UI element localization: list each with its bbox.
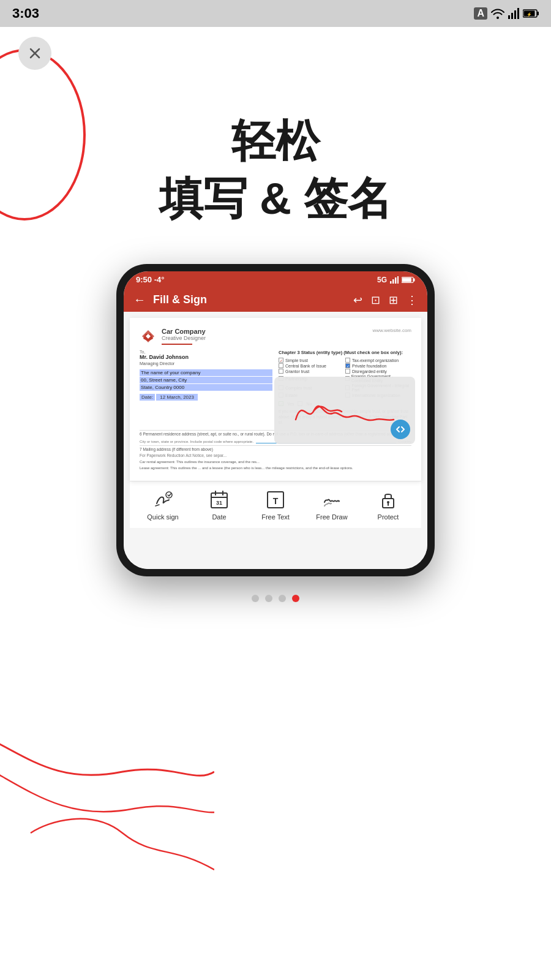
close-icon [28, 46, 42, 61]
paperwork-notice: For Paperwork Reduction Act Notice, see … [140, 453, 411, 458]
app-toolbar: ← Fill & Sign ↩ ⊡ ⊞ ⋮ [124, 288, 427, 312]
status-label-2: Tax-exempt organization [352, 358, 399, 363]
page-dot-3[interactable] [279, 595, 286, 602]
phone-signal-label: 5G [377, 276, 387, 284]
signature-svg [283, 386, 406, 435]
phone-mockup: 9:50 -4° 5G [116, 264, 435, 576]
svg-rect-1 [511, 13, 513, 19]
svg-rect-15 [413, 278, 415, 281]
tool-date[interactable]: 31 Date [198, 489, 241, 521]
document-area: Car Company Creative Designer www.websit… [124, 312, 427, 569]
status-label-1: Simple trust [285, 358, 308, 363]
svg-rect-0 [508, 15, 510, 19]
page-dot-1[interactable] [252, 595, 259, 602]
status-label-5: Grantor trust [285, 369, 309, 374]
page-dot-4[interactable] [292, 595, 299, 602]
phone-battery-icon [402, 276, 415, 284]
protect-icon [377, 489, 399, 511]
indicator-a: A [474, 7, 487, 20]
date-field: Date: 12 March, 2023 [140, 394, 272, 400]
battery-icon: ⚡ [523, 9, 539, 18]
print-icon[interactable]: ⊞ [389, 293, 398, 307]
svg-rect-12 [395, 277, 397, 284]
phone-mockup-container: 9:50 -4° 5G [0, 264, 551, 576]
save-icon[interactable]: ⊡ [371, 293, 380, 307]
free-draw-svg [321, 489, 343, 511]
city-label: City or town, state or province. Include… [140, 440, 253, 443]
phone-time: 9:50 -4° [136, 275, 164, 284]
company-role: Creative Designer [162, 335, 206, 341]
free-draw-icon [321, 489, 343, 511]
svg-text:31: 31 [216, 500, 222, 506]
chapter-header: Chapter 3 Status (entity type) (Must che… [279, 350, 411, 355]
title-section: 轻松 填写 & 签名 [0, 113, 551, 227]
status-bar: 3:03 A ⚡ [0, 0, 551, 27]
status-item: ✓ Private foundation [345, 363, 411, 368]
doc-left-column: To, Mr. David Johnson Managing Director … [140, 350, 272, 425]
signal-icon [508, 8, 519, 19]
date-value: 12 March, 2023 [156, 394, 198, 401]
protect-label: Protect [378, 513, 399, 521]
car-rental-text: Car rental agreement: This outlines the … [140, 459, 411, 464]
page-dot-2[interactable] [265, 595, 272, 602]
status-icons: A ⚡ [474, 7, 539, 20]
svg-rect-10 [390, 281, 392, 284]
status-item: Tax-exempt organization [345, 358, 411, 363]
free-text-svg: T [264, 489, 287, 511]
svg-point-17 [166, 492, 172, 498]
phone-signal-icon [390, 276, 399, 284]
tool-protect[interactable]: Protect [367, 489, 410, 521]
free-text-label: Free Text [261, 513, 290, 521]
company-name: Car Company [162, 328, 206, 335]
status-label-3: Central Bank of Issue [285, 364, 326, 368]
signature-overlay [274, 377, 415, 444]
company-divider [162, 344, 192, 345]
row7-label: 7 Mailing address (if different from abo… [140, 445, 411, 451]
status-label-6: Disregarded entity [352, 369, 387, 374]
company-header: Car Company Creative Designer www.websit… [140, 328, 411, 345]
svg-rect-3 [517, 8, 519, 19]
page-title: 轻松 填写 & 签名 [0, 113, 551, 227]
deco-lines-bottom [0, 710, 214, 894]
tool-free-text[interactable]: T Free Text [254, 489, 297, 521]
checkbox-2 [345, 358, 350, 363]
svg-rect-5 [537, 12, 539, 15]
date-label: Date [212, 513, 226, 521]
checkbox-5 [279, 369, 283, 374]
status-item: Grantor trust [279, 369, 345, 374]
status-item: Disregarded entity [345, 369, 411, 374]
lease-text: Lease agreement: This outlines the ... a… [140, 466, 411, 470]
expand-icon [395, 424, 405, 434]
more-icon[interactable]: ⋮ [407, 293, 418, 307]
company-logo [140, 328, 157, 345]
free-draw-label: Free Draw [316, 513, 347, 521]
bottom-toolbar: Quick sign 31 [130, 481, 421, 528]
tool-quick-sign[interactable]: Quick sign [141, 489, 184, 521]
phone-status-icons: 5G [377, 276, 415, 284]
svg-rect-11 [392, 279, 394, 284]
document-paper: Car Company Creative Designer www.websit… [130, 318, 421, 481]
quick-sign-icon [152, 489, 174, 511]
date-icon: 31 [208, 489, 230, 511]
to-label: To, [140, 350, 272, 354]
expand-button[interactable] [391, 420, 410, 439]
svg-text:⚡: ⚡ [527, 12, 532, 17]
recipient-name: Mr. David Johnson [140, 354, 272, 360]
status-item: ✓ Simple trust [279, 358, 345, 363]
highlighted-line-2: 00, Street name, City [140, 377, 272, 383]
checkbox-1: ✓ [279, 358, 283, 363]
back-button[interactable]: ← [133, 293, 146, 307]
toolbar-icons: ↩ ⊡ ⊞ ⋮ [353, 293, 418, 307]
toolbar-title: Fill & Sign [153, 293, 346, 306]
page-indicators [0, 595, 551, 614]
checkbox-6 [345, 369, 350, 374]
status-label-4: Private foundation [352, 364, 386, 368]
tool-free-draw[interactable]: Free Draw [310, 489, 353, 521]
status-time: 3:03 [12, 6, 39, 21]
undo-icon[interactable]: ↩ [353, 293, 362, 307]
svg-text:T: T [273, 496, 279, 506]
close-button[interactable] [18, 37, 51, 70]
quick-sign-svg [152, 489, 174, 511]
protect-svg [377, 489, 399, 511]
recipient-title: Managing Director [140, 361, 272, 366]
